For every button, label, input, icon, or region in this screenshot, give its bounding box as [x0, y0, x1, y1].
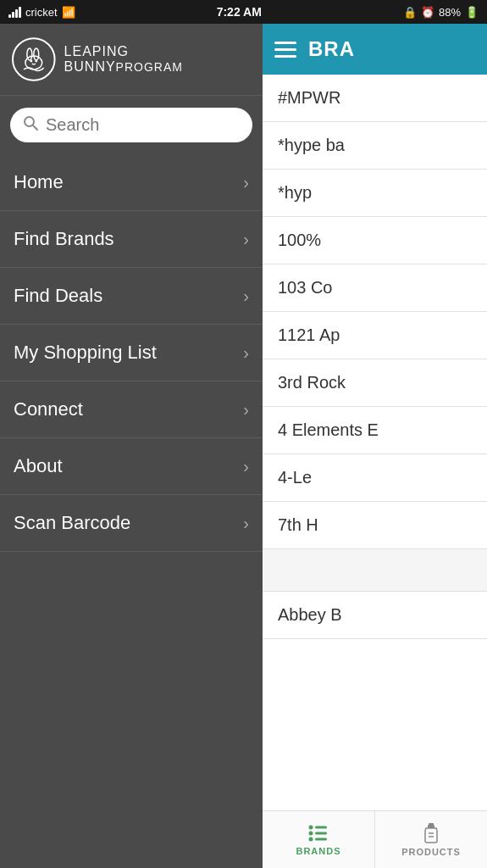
bottom-tab-bar: BRANDS PRODUCTS [263, 810, 487, 868]
sidebar-item-my-shopping-list[interactable]: My Shopping List › [0, 325, 263, 381]
list-item-shaded [263, 549, 487, 592]
sidebar-item-scan-barcode-label: Scan Barcode [14, 512, 130, 534]
chevron-right-icon: › [243, 173, 249, 192]
status-bar: cricket 📶 7:22 AM 🔒 ⏰ 88% 🔋 [0, 0, 487, 24]
status-right: 🔒 ⏰ 88% 🔋 [403, 6, 479, 19]
app-container: LEAPING BUNNYPROGRAM Home › Find Brands [0, 24, 487, 868]
svg-point-4 [30, 59, 32, 62]
list-item[interactable]: Abbey B [263, 592, 487, 639]
brands-tab-icon [308, 824, 329, 843]
sidebar-item-my-shopping-list-label: My Shopping List [14, 342, 157, 364]
hamburger-line [274, 42, 296, 44]
sidebar: LEAPING BUNNYPROGRAM Home › Find Brands [0, 24, 263, 868]
products-tab-icon [423, 823, 439, 843]
leaping-bunny-logo [12, 37, 56, 81]
list-item[interactable]: 4-Le [263, 454, 487, 502]
chevron-right-icon: › [243, 343, 249, 363]
svg-point-0 [13, 38, 55, 81]
search-input[interactable] [46, 115, 241, 135]
list-item[interactable]: 1121 Ap [263, 312, 487, 359]
list-item[interactable]: 103 Co [263, 264, 487, 312]
chevron-right-icon: › [243, 514, 249, 533]
hamburger-line [274, 55, 296, 58]
wifi-icon: 📶 [62, 6, 75, 19]
svg-point-5 [35, 59, 37, 62]
nav-menu: Home › Find Brands › Find Deals › My Sho… [0, 154, 263, 868]
products-tab-label: PRODUCTS [401, 847, 461, 857]
sidebar-item-home[interactable]: Home › [0, 154, 263, 211]
sidebar-item-find-deals[interactable]: Find Deals › [0, 268, 263, 325]
svg-point-10 [309, 831, 313, 835]
svg-rect-9 [315, 826, 327, 828]
logo-text-wrap: LEAPING BUNNYPROGRAM [64, 44, 251, 75]
brands-list: #MPWR *hype ba *hyp 100% 103 Co 1121 Ap … [263, 75, 487, 810]
list-item[interactable]: 3rd Rock [263, 359, 487, 407]
lock-icon: 🔒 [403, 6, 417, 19]
status-time: 7:22 AM [217, 5, 262, 19]
sidebar-item-find-deals-label: Find Deals [14, 285, 102, 307]
list-item[interactable]: #MPWR [263, 75, 487, 122]
sidebar-item-connect[interactable]: Connect › [0, 381, 263, 438]
carrier-name: cricket [25, 6, 58, 19]
tab-brands[interactable]: BRANDS [263, 811, 375, 868]
sidebar-item-connect-label: Connect [14, 398, 83, 420]
hamburger-line [274, 48, 296, 51]
brands-tab-label: BRANDS [296, 846, 340, 856]
signal-bars [8, 6, 21, 18]
svg-rect-13 [315, 837, 327, 840]
status-left: cricket 📶 [8, 6, 75, 19]
svg-point-12 [309, 837, 313, 841]
search-icon [22, 114, 39, 136]
content-panel: BRA #MPWR *hype ba *hyp 100% 103 Co 1121… [263, 24, 487, 868]
list-item[interactable]: 100% [263, 217, 487, 264]
hamburger-button[interactable] [274, 42, 296, 58]
svg-rect-15 [428, 825, 434, 828]
chevron-right-icon: › [243, 457, 249, 476]
alarm-icon: ⏰ [421, 6, 434, 19]
sidebar-item-scan-barcode[interactable]: Scan Barcode › [0, 495, 263, 552]
sidebar-item-about[interactable]: About › [0, 438, 263, 495]
svg-line-7 [33, 125, 37, 130]
svg-point-2 [27, 48, 32, 60]
sidebar-item-home-label: Home [14, 171, 64, 193]
sidebar-logo: LEAPING BUNNYPROGRAM [0, 24, 263, 96]
chevron-right-icon: › [243, 230, 249, 249]
sidebar-item-about-label: About [14, 455, 63, 477]
list-item[interactable]: *hype ba [263, 122, 487, 170]
battery-percent: 88% [439, 6, 461, 19]
svg-point-3 [34, 48, 39, 60]
svg-rect-11 [315, 832, 327, 834]
list-item[interactable]: 4 Elements E [263, 407, 487, 454]
content-header: BRA [263, 24, 487, 75]
chevron-right-icon: › [243, 287, 249, 306]
logo-primary-text: LEAPING BUNNYPROGRAM [64, 44, 183, 74]
list-item[interactable]: 7th H [263, 502, 487, 549]
sidebar-item-find-brands-label: Find Brands [14, 228, 114, 250]
tab-products[interactable]: PRODUCTS [375, 811, 487, 868]
list-item[interactable]: *hyp [263, 170, 487, 217]
search-bar[interactable] [10, 108, 252, 142]
sidebar-item-find-brands[interactable]: Find Brands › [0, 211, 263, 268]
svg-point-8 [309, 825, 313, 829]
header-title: BRA [308, 37, 355, 61]
battery-icon: 🔋 [465, 6, 479, 19]
chevron-right-icon: › [243, 400, 249, 420]
